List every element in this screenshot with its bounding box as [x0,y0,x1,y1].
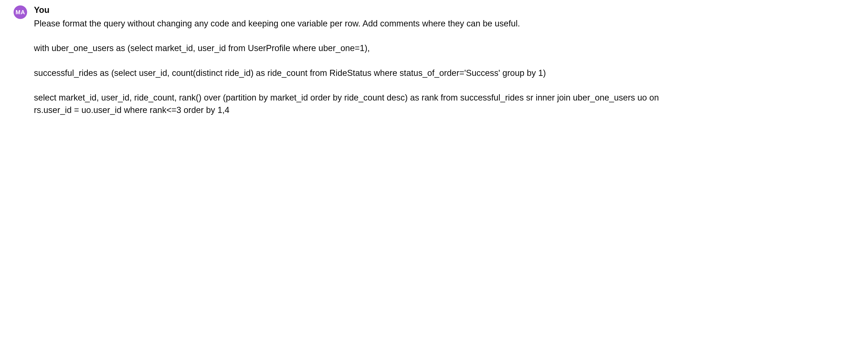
message-paragraph: Please format the query without changing… [34,18,671,30]
avatar-initials: MA [16,9,25,16]
message-paragraph: with uber_one_users as (select market_id… [34,42,671,55]
message-content: You Please format the query without chan… [34,4,671,116]
message-body: Please format the query without changing… [34,18,671,116]
avatar: MA [13,5,27,19]
sender-label: You [34,4,671,15]
chat-message: MA You Please format the query without c… [13,4,692,116]
message-paragraph: successful_rides as (select user_id, cou… [34,67,671,79]
message-paragraph: select market_id, user_id, ride_count, r… [34,92,671,116]
